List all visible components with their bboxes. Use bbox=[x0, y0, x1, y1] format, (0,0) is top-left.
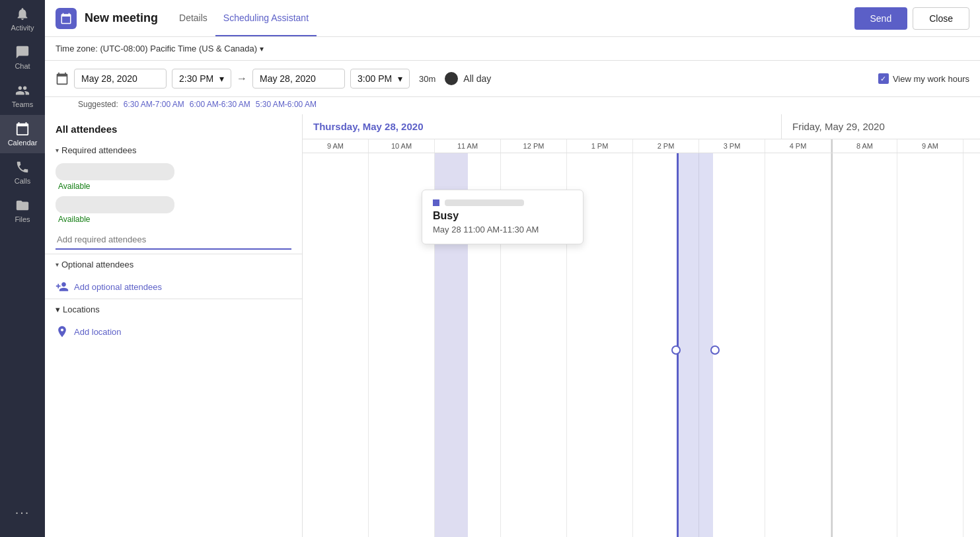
time-1pm: 1 PM bbox=[567, 139, 633, 153]
sidebar-item-calendar[interactable]: Calendar bbox=[0, 115, 45, 153]
busy-dot bbox=[433, 199, 439, 206]
col-fri-8am bbox=[831, 153, 897, 537]
add-location-label: Add location bbox=[74, 327, 122, 337]
start-date-input[interactable]: May 28, 2020 bbox=[74, 69, 167, 89]
sidebar-item-teams[interactable]: Teams bbox=[0, 77, 45, 115]
sidebar-item-calendar-label: Calendar bbox=[8, 139, 38, 147]
locations-label: Locations bbox=[63, 304, 100, 314]
suggested-label: Suggested: bbox=[78, 100, 118, 109]
locations-toggle[interactable]: ▾ Locations bbox=[45, 299, 302, 320]
sidebar-item-files[interactable]: Files bbox=[0, 192, 45, 230]
suggestions-row: Suggested: 6:30 AM-7:00 AM 6:00 AM-6:30 … bbox=[45, 97, 980, 114]
add-required-attendees-input[interactable] bbox=[56, 231, 291, 250]
attendee-status-0: Available bbox=[58, 182, 174, 191]
caret-icon: ▾ bbox=[56, 147, 59, 154]
add-person-icon bbox=[56, 280, 69, 293]
page-title: New meeting bbox=[85, 11, 158, 25]
sidebar-item-calls-label: Calls bbox=[15, 177, 30, 185]
time-3pm: 3 PM bbox=[699, 139, 765, 153]
allday-label: All day bbox=[463, 73, 491, 84]
col-4pm bbox=[765, 153, 831, 537]
duration-dot bbox=[445, 72, 458, 85]
time-12pm: 12 PM bbox=[501, 139, 567, 153]
chevron-down-icon: ▾ bbox=[219, 73, 224, 84]
col-9am bbox=[303, 153, 369, 537]
calendar-area: Thursday, May 28, 2020 Friday, May 29, 2… bbox=[303, 114, 980, 537]
time-fri-8am: 8 AM bbox=[831, 139, 897, 153]
attendee-chip-1 bbox=[56, 196, 174, 213]
add-location-button[interactable]: Add location bbox=[45, 320, 302, 343]
sidebar-item-teams-label: Teams bbox=[12, 100, 33, 108]
bell-icon bbox=[15, 7, 30, 21]
sidebar-item-more[interactable]: ... bbox=[0, 495, 45, 524]
attendees-panel: All attendees ▾ Required attendees Avail… bbox=[45, 114, 303, 537]
chat-icon bbox=[15, 45, 30, 59]
time-10am: 10 AM bbox=[369, 139, 435, 153]
close-button[interactable]: Close bbox=[913, 7, 969, 30]
sidebar-item-activity[interactable]: Activity bbox=[0, 0, 45, 38]
datetime-row: May 28, 2020 2:30 PM ▾ → May 28, 2020 3:… bbox=[45, 61, 980, 97]
time-11am: 11 AM bbox=[435, 139, 501, 153]
suggestion-1[interactable]: 6:00 AM-6:30 AM bbox=[190, 100, 250, 109]
busy-tooltip: Busy May 28 11:00 AM-11:30 AM bbox=[422, 190, 584, 244]
add-optional-label: Add optional attendees bbox=[74, 282, 162, 292]
calendar-add-icon bbox=[60, 13, 72, 24]
time-2pm: 2 PM bbox=[633, 139, 699, 153]
sidebar-item-files-label: Files bbox=[15, 215, 30, 223]
grid-rows: Busy May 28 11:00 AM-11:30 AM bbox=[303, 153, 980, 537]
busy-tooltip-title: Busy bbox=[433, 210, 572, 222]
meeting-icon bbox=[56, 8, 77, 29]
chevron-down-icon: ▾ bbox=[260, 44, 264, 54]
chevron-down-icon: ▾ bbox=[398, 73, 402, 84]
timezone-bar[interactable]: Time zone: (UTC-08:00) Pacific Time (US … bbox=[45, 37, 980, 61]
timezone-label: Time zone: (UTC-08:00) Pacific Time (US … bbox=[56, 44, 257, 54]
more-label: ... bbox=[15, 502, 30, 517]
files-icon bbox=[15, 198, 30, 213]
col-fri-10am bbox=[963, 153, 980, 537]
required-attendees-toggle[interactable]: ▾ Required attendees bbox=[45, 140, 302, 161]
work-hours-checkbox[interactable] bbox=[878, 73, 889, 84]
time-4pm: 4 PM bbox=[765, 139, 831, 153]
duration-label: 30m bbox=[415, 71, 439, 87]
header-actions: Send Close bbox=[854, 7, 970, 30]
end-time-select[interactable]: 3:00 PM ▾ bbox=[350, 69, 410, 89]
schedule-body: All attendees ▾ Required attendees Avail… bbox=[45, 114, 980, 537]
grid-inner: Busy May 28 11:00 AM-11:30 AM bbox=[303, 153, 980, 537]
suggestion-0[interactable]: 6:30 AM-7:00 AM bbox=[124, 100, 184, 109]
day-headers: Thursday, May 28, 2020 Friday, May 29, 2… bbox=[303, 114, 980, 139]
tab-scheduling-assistant[interactable]: Scheduling Assistant bbox=[215, 1, 317, 36]
work-hours-label: View my work hours bbox=[893, 74, 969, 84]
sidebar-item-activity-label: Activity bbox=[11, 24, 34, 32]
calendar-date-icon bbox=[56, 72, 69, 85]
main-content: New meeting Details Scheduling Assistant… bbox=[45, 0, 980, 537]
optional-label: Optional attendees bbox=[61, 260, 133, 269]
sidebar-item-calls[interactable]: Calls bbox=[0, 153, 45, 192]
header-tabs: Details Scheduling Assistant bbox=[171, 1, 317, 36]
sidebar-item-chat-label: Chat bbox=[15, 62, 30, 70]
all-attendees-header: All attendees bbox=[45, 114, 302, 140]
optional-attendees-toggle[interactable]: ▾ Optional attendees bbox=[45, 254, 302, 275]
start-time-select[interactable]: 2:30 PM ▾ bbox=[172, 69, 231, 89]
caret-icon: ▾ bbox=[56, 261, 59, 268]
tab-details[interactable]: Details bbox=[171, 1, 215, 36]
caret-icon-locations: ▾ bbox=[56, 304, 60, 314]
arrow-right-icon: → bbox=[237, 73, 247, 85]
location-icon bbox=[56, 325, 69, 338]
time-labels-row: 9 AM 10 AM 11 AM 12 PM 1 PM 2 PM 3 PM 4 … bbox=[303, 139, 980, 153]
teams-icon bbox=[15, 83, 30, 98]
view-work-hours[interactable]: View my work hours bbox=[878, 73, 969, 84]
suggestion-2[interactable]: 5:30 AM-6:00 AM bbox=[256, 100, 317, 109]
time-9am: 9 AM bbox=[303, 139, 369, 153]
drag-handle-right[interactable] bbox=[710, 345, 720, 355]
attendee-chip-0 bbox=[56, 163, 174, 180]
attendee-status-1: Available bbox=[58, 215, 174, 224]
end-date-input[interactable]: May 28, 2020 bbox=[252, 69, 345, 89]
meeting-time-block[interactable] bbox=[677, 153, 713, 537]
send-button[interactable]: Send bbox=[854, 7, 908, 30]
header: New meeting Details Scheduling Assistant… bbox=[45, 0, 980, 37]
drag-handle-left[interactable] bbox=[671, 345, 681, 355]
add-optional-attendees-button[interactable]: Add optional attendees bbox=[45, 275, 302, 299]
busy-tooltip-time: May 28 11:00 AM-11:30 AM bbox=[433, 225, 572, 234]
sidebar-item-chat[interactable]: Chat bbox=[0, 38, 45, 77]
thursday-header: Thursday, May 28, 2020 bbox=[303, 114, 782, 139]
